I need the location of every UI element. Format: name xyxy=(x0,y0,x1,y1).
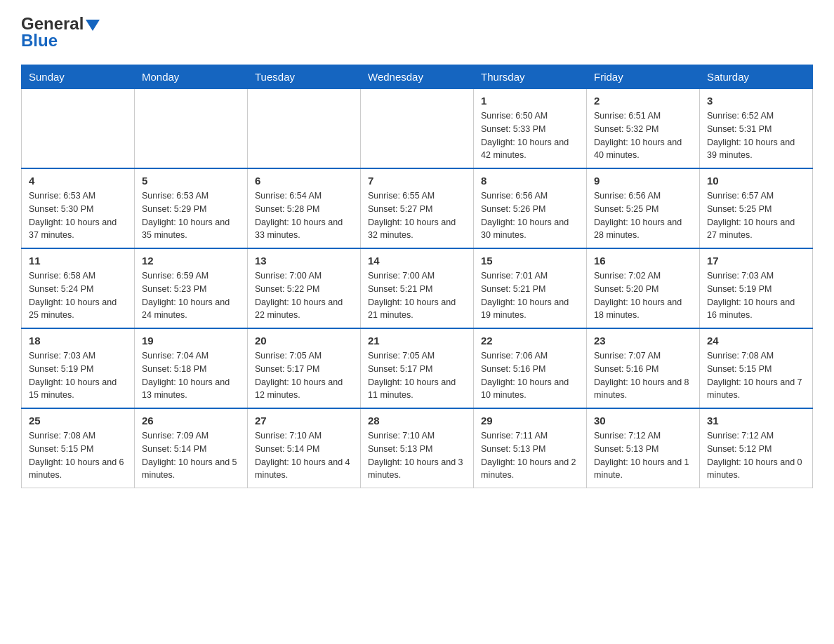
calendar-day xyxy=(361,89,474,169)
logo-triangle-icon xyxy=(86,20,100,31)
day-number: 7 xyxy=(368,175,466,187)
calendar-day: 17Sunrise: 7:03 AMSunset: 5:19 PMDayligh… xyxy=(700,248,813,328)
day-number: 1 xyxy=(481,95,579,107)
day-info: Sunrise: 7:00 AMSunset: 5:22 PMDaylight:… xyxy=(255,269,353,322)
day-info: Sunrise: 6:53 AMSunset: 5:30 PMDaylight:… xyxy=(29,189,127,242)
day-info: Sunrise: 6:55 AMSunset: 5:27 PMDaylight:… xyxy=(368,189,466,242)
day-number: 15 xyxy=(481,255,579,267)
day-number: 24 xyxy=(707,335,805,347)
calendar-day: 25Sunrise: 7:08 AMSunset: 5:15 PMDayligh… xyxy=(22,408,135,488)
day-number: 10 xyxy=(707,175,805,187)
weekday-header-wednesday: Wednesday xyxy=(361,65,474,89)
day-info: Sunrise: 7:05 AMSunset: 5:17 PMDaylight:… xyxy=(368,349,466,402)
day-number: 2 xyxy=(594,95,692,107)
calendar-week-4: 18Sunrise: 7:03 AMSunset: 5:19 PMDayligh… xyxy=(22,328,813,408)
calendar-day: 4Sunrise: 6:53 AMSunset: 5:30 PMDaylight… xyxy=(22,168,135,248)
day-number: 18 xyxy=(29,335,127,347)
calendar-day xyxy=(248,89,361,169)
day-info: Sunrise: 7:11 AMSunset: 5:13 PMDaylight:… xyxy=(481,429,579,482)
calendar-day: 8Sunrise: 6:56 AMSunset: 5:26 PMDaylight… xyxy=(474,168,587,248)
page-header: General Blue xyxy=(21,14,813,51)
day-info: Sunrise: 7:05 AMSunset: 5:17 PMDaylight:… xyxy=(255,349,353,402)
day-number: 25 xyxy=(29,415,127,427)
calendar-day: 23Sunrise: 7:07 AMSunset: 5:16 PMDayligh… xyxy=(587,328,700,408)
day-number: 12 xyxy=(142,255,240,267)
calendar-day: 26Sunrise: 7:09 AMSunset: 5:14 PMDayligh… xyxy=(135,408,248,488)
day-number: 20 xyxy=(255,335,353,347)
calendar-week-5: 25Sunrise: 7:08 AMSunset: 5:15 PMDayligh… xyxy=(22,408,813,488)
day-info: Sunrise: 7:10 AMSunset: 5:14 PMDaylight:… xyxy=(255,429,353,482)
day-number: 8 xyxy=(481,175,579,187)
weekday-header-thursday: Thursday xyxy=(474,65,587,89)
calendar-day: 21Sunrise: 7:05 AMSunset: 5:17 PMDayligh… xyxy=(361,328,474,408)
day-info: Sunrise: 6:54 AMSunset: 5:28 PMDaylight:… xyxy=(255,189,353,242)
day-number: 3 xyxy=(707,95,805,107)
calendar-day: 10Sunrise: 6:57 AMSunset: 5:25 PMDayligh… xyxy=(700,168,813,248)
day-number: 4 xyxy=(29,175,127,187)
day-number: 11 xyxy=(29,255,127,267)
day-number: 17 xyxy=(707,255,805,267)
day-info: Sunrise: 6:56 AMSunset: 5:25 PMDaylight:… xyxy=(594,189,692,242)
day-info: Sunrise: 6:57 AMSunset: 5:25 PMDaylight:… xyxy=(707,189,805,242)
day-number: 6 xyxy=(255,175,353,187)
weekday-header-friday: Friday xyxy=(587,65,700,89)
weekday-header-sunday: Sunday xyxy=(22,65,135,89)
day-info: Sunrise: 7:09 AMSunset: 5:14 PMDaylight:… xyxy=(142,429,240,482)
calendar-day: 24Sunrise: 7:08 AMSunset: 5:15 PMDayligh… xyxy=(700,328,813,408)
day-info: Sunrise: 6:52 AMSunset: 5:31 PMDaylight:… xyxy=(707,109,805,162)
calendar-day: 20Sunrise: 7:05 AMSunset: 5:17 PMDayligh… xyxy=(248,328,361,408)
calendar-day: 12Sunrise: 6:59 AMSunset: 5:23 PMDayligh… xyxy=(135,248,248,328)
calendar-week-3: 11Sunrise: 6:58 AMSunset: 5:24 PMDayligh… xyxy=(22,248,813,328)
calendar-day: 7Sunrise: 6:55 AMSunset: 5:27 PMDaylight… xyxy=(361,168,474,248)
calendar-day: 18Sunrise: 7:03 AMSunset: 5:19 PMDayligh… xyxy=(22,328,135,408)
calendar-day: 29Sunrise: 7:11 AMSunset: 5:13 PMDayligh… xyxy=(474,408,587,488)
day-info: Sunrise: 7:04 AMSunset: 5:18 PMDaylight:… xyxy=(142,349,240,402)
day-number: 29 xyxy=(481,415,579,427)
calendar-day: 13Sunrise: 7:00 AMSunset: 5:22 PMDayligh… xyxy=(248,248,361,328)
calendar-day: 14Sunrise: 7:00 AMSunset: 5:21 PMDayligh… xyxy=(361,248,474,328)
day-number: 26 xyxy=(142,415,240,427)
day-number: 22 xyxy=(481,335,579,347)
calendar-table: SundayMondayTuesdayWednesdayThursdayFrid… xyxy=(21,65,813,488)
calendar-day: 22Sunrise: 7:06 AMSunset: 5:16 PMDayligh… xyxy=(474,328,587,408)
day-number: 9 xyxy=(594,175,692,187)
day-info: Sunrise: 6:50 AMSunset: 5:33 PMDaylight:… xyxy=(481,109,579,162)
calendar-week-1: 1Sunrise: 6:50 AMSunset: 5:33 PMDaylight… xyxy=(22,89,813,169)
day-number: 13 xyxy=(255,255,353,267)
calendar-day: 6Sunrise: 6:54 AMSunset: 5:28 PMDaylight… xyxy=(248,168,361,248)
calendar-day: 1Sunrise: 6:50 AMSunset: 5:33 PMDaylight… xyxy=(474,89,587,169)
calendar-day: 9Sunrise: 6:56 AMSunset: 5:25 PMDaylight… xyxy=(587,168,700,248)
day-info: Sunrise: 6:53 AMSunset: 5:29 PMDaylight:… xyxy=(142,189,240,242)
weekday-header-monday: Monday xyxy=(135,65,248,89)
weekday-header-saturday: Saturday xyxy=(700,65,813,89)
calendar-week-2: 4Sunrise: 6:53 AMSunset: 5:30 PMDaylight… xyxy=(22,168,813,248)
day-info: Sunrise: 7:01 AMSunset: 5:21 PMDaylight:… xyxy=(481,269,579,322)
day-number: 31 xyxy=(707,415,805,427)
calendar-day: 3Sunrise: 6:52 AMSunset: 5:31 PMDaylight… xyxy=(700,89,813,169)
calendar-day xyxy=(22,89,135,169)
weekday-header-tuesday: Tuesday xyxy=(248,65,361,89)
day-number: 14 xyxy=(368,255,466,267)
day-info: Sunrise: 7:03 AMSunset: 5:19 PMDaylight:… xyxy=(29,349,127,402)
day-number: 27 xyxy=(255,415,353,427)
logo: General Blue xyxy=(21,14,100,51)
day-info: Sunrise: 7:08 AMSunset: 5:15 PMDaylight:… xyxy=(29,429,127,482)
day-number: 23 xyxy=(594,335,692,347)
day-info: Sunrise: 6:56 AMSunset: 5:26 PMDaylight:… xyxy=(481,189,579,242)
logo-blue-text: Blue xyxy=(21,31,58,51)
day-info: Sunrise: 7:02 AMSunset: 5:20 PMDaylight:… xyxy=(594,269,692,322)
calendar-day: 31Sunrise: 7:12 AMSunset: 5:12 PMDayligh… xyxy=(700,408,813,488)
day-info: Sunrise: 6:58 AMSunset: 5:24 PMDaylight:… xyxy=(29,269,127,322)
calendar-day: 15Sunrise: 7:01 AMSunset: 5:21 PMDayligh… xyxy=(474,248,587,328)
day-number: 19 xyxy=(142,335,240,347)
calendar-day xyxy=(135,89,248,169)
calendar-day: 16Sunrise: 7:02 AMSunset: 5:20 PMDayligh… xyxy=(587,248,700,328)
calendar-day: 5Sunrise: 6:53 AMSunset: 5:29 PMDaylight… xyxy=(135,168,248,248)
day-info: Sunrise: 7:10 AMSunset: 5:13 PMDaylight:… xyxy=(368,429,466,482)
calendar-day: 19Sunrise: 7:04 AMSunset: 5:18 PMDayligh… xyxy=(135,328,248,408)
day-info: Sunrise: 7:08 AMSunset: 5:15 PMDaylight:… xyxy=(707,349,805,402)
calendar-day: 28Sunrise: 7:10 AMSunset: 5:13 PMDayligh… xyxy=(361,408,474,488)
calendar-day: 11Sunrise: 6:58 AMSunset: 5:24 PMDayligh… xyxy=(22,248,135,328)
day-info: Sunrise: 6:59 AMSunset: 5:23 PMDaylight:… xyxy=(142,269,240,322)
day-info: Sunrise: 7:06 AMSunset: 5:16 PMDaylight:… xyxy=(481,349,579,402)
